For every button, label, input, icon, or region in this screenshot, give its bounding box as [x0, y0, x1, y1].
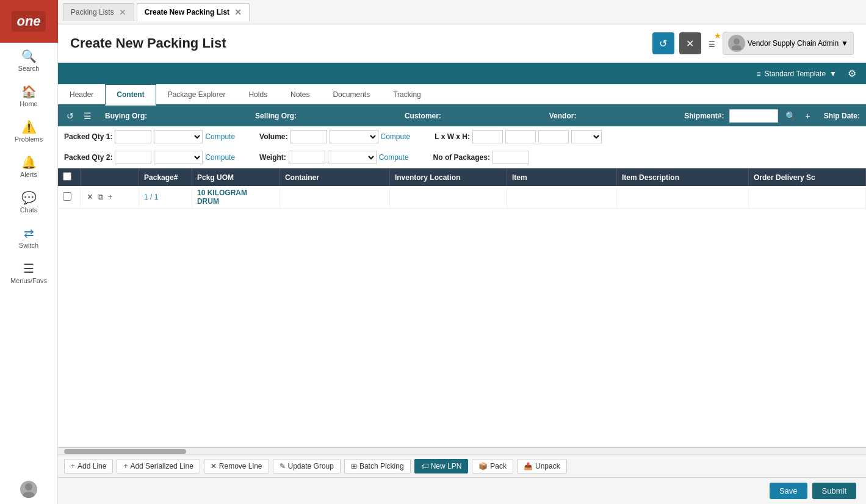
weight-input[interactable]	[289, 151, 325, 164]
switch-icon: ⇄	[24, 226, 34, 240]
volume-select[interactable]	[330, 130, 378, 143]
packed-qty2-label: Packed Qty 2:	[64, 153, 112, 162]
tab-create-new[interactable]: Create New Packing List ✕	[137, 3, 250, 21]
save-button[interactable]: Save	[770, 483, 807, 499]
weight-select[interactable]	[328, 151, 377, 164]
row-checkbox-cell[interactable]	[58, 186, 81, 209]
list-view-button[interactable]: ☰	[81, 110, 94, 122]
update-group-button[interactable]: ✎ Update Group	[273, 459, 341, 473]
sidebar-label-home: Home	[20, 100, 37, 107]
tab-content[interactable]: Content	[105, 84, 156, 106]
add-line-button[interactable]: + Add Line	[64, 459, 113, 473]
unpack-icon: 📤	[524, 462, 533, 470]
tab-packing-lists-label: Packing Lists	[71, 8, 114, 16]
tab-package-explorer[interactable]: Package Explorer	[156, 84, 237, 104]
shipment-label: Shipment#:	[684, 112, 724, 120]
col-header-container: Container	[280, 168, 389, 186]
shipment-add-button[interactable]: +	[803, 110, 813, 122]
tab-packing-lists[interactable]: Packing Lists ✕	[63, 3, 134, 21]
lwh-select[interactable]	[571, 130, 602, 143]
unpack-button[interactable]: 📤 Unpack	[517, 459, 567, 473]
row-checkbox[interactable]	[63, 192, 71, 201]
select-all-checkbox[interactable]	[63, 172, 71, 181]
tab-create-new-close[interactable]: ✕	[234, 7, 242, 17]
tab-holds[interactable]: Holds	[237, 84, 279, 104]
volume-input[interactable]	[290, 130, 327, 143]
sidebar-label-alerts: Alerts	[20, 171, 37, 178]
col-header-item-desc: Item Description	[616, 168, 748, 186]
no-packages-input[interactable]	[493, 151, 529, 164]
sidebar-item-home[interactable]: 🏠 Home	[0, 78, 57, 113]
refresh-button[interactable]: ↺	[652, 32, 674, 54]
new-lpn-button[interactable]: 🏷 New LPN	[414, 459, 469, 473]
shipment-search-button[interactable]: 🔍	[783, 110, 798, 122]
tab-header[interactable]: Header	[58, 84, 105, 104]
row-copy-button[interactable]: ⧉	[96, 192, 104, 202]
add-line-icon: +	[71, 462, 75, 470]
refresh-filter-button[interactable]: ↺	[64, 110, 76, 122]
user-name: Vendor Supply Chain Admin	[748, 39, 839, 48]
sidebar-item-problems[interactable]: ⚠️ Problems	[0, 113, 57, 149]
gear-icon[interactable]: ⚙	[848, 68, 856, 79]
header-actions: ↺ ✕ ☰ ★ Vendor Supply Chain Admin ▼	[652, 32, 854, 55]
tab-bar: Packing Lists ✕ Create New Packing List …	[58, 0, 866, 24]
row-container-cell	[280, 186, 389, 209]
fields-row-1: Packed Qty 1: Compute Volume: Compute L …	[58, 126, 866, 147]
col-header-item: Item	[507, 168, 616, 186]
bell-icon: 🔔	[21, 155, 37, 170]
filter-bar: ↺ ☰ Buying Org: Selling Org: Customer: V…	[58, 106, 866, 126]
submit-button[interactable]: Submit	[812, 483, 856, 499]
add-serialized-line-button[interactable]: + Add Serialized Line	[117, 459, 200, 473]
row-pckg-uom-cell: 10 KILOGRAM DRUM	[192, 186, 280, 209]
tab-notes[interactable]: Notes	[279, 84, 321, 104]
tab-create-new-label: Create New Packing List	[145, 8, 229, 16]
compute3-link[interactable]: Compute	[381, 132, 411, 141]
col-header-checkbox[interactable]	[58, 168, 81, 186]
sidebar-item-user-avatar[interactable]	[0, 475, 57, 504]
template-dropdown-icon[interactable]: ▼	[829, 70, 837, 78]
row-delete-button[interactable]: ✕	[85, 192, 95, 201]
tab-packing-lists-close[interactable]: ✕	[119, 7, 126, 17]
tab-documents[interactable]: Documents	[321, 84, 381, 104]
col-header-pckg-uom: Pckg UOM	[192, 168, 280, 186]
w-input[interactable]	[505, 130, 536, 143]
compute1-link[interactable]: Compute	[205, 132, 235, 141]
sidebar-item-menus[interactable]: ☰ Menus/Favs	[0, 255, 57, 290]
row-actions-cell: ✕ ⧉ +	[81, 186, 139, 209]
remove-line-icon: ✕	[211, 462, 217, 470]
sidebar-item-switch[interactable]: ⇄ Switch	[0, 220, 57, 255]
l-input[interactable]	[472, 130, 503, 143]
pack-button[interactable]: 📦 Pack	[472, 459, 513, 473]
sidebar-item-alerts[interactable]: 🔔 Alerts	[0, 149, 57, 184]
batch-picking-button[interactable]: ⊞ Batch Picking	[344, 459, 411, 473]
packed-qty1-input[interactable]	[115, 130, 151, 143]
row-item-cell	[507, 186, 616, 209]
shipment-input[interactable]	[729, 109, 778, 123]
table-wrapper: Package# Pckg UOM Container Inventory Lo…	[58, 168, 866, 447]
app-logo[interactable]: one	[0, 0, 58, 43]
row-add-button[interactable]: +	[107, 192, 114, 201]
sidebar-item-search[interactable]: 🔍 Search	[0, 43, 57, 78]
buying-org-label: Buying Org:	[105, 112, 147, 120]
scrollbar-thumb[interactable]	[64, 449, 186, 454]
lwh-group: L x W x H:	[435, 130, 602, 143]
compute4-link[interactable]: Compute	[379, 153, 409, 162]
sidebar-item-chats[interactable]: 💬 Chats	[0, 184, 57, 220]
dropdown-arrow-icon: ▼	[841, 39, 848, 48]
packed-qty1-select[interactable]	[154, 130, 203, 143]
table-row: ✕ ⧉ + 1 / 1 10 KILOGRAM DRUM	[58, 186, 866, 209]
tab-tracking[interactable]: Tracking	[381, 84, 433, 104]
user-dropdown[interactable]: Vendor Supply Chain Admin ▼	[723, 32, 854, 55]
selling-org-label: Selling Org:	[255, 112, 297, 120]
hamburger-icon: ☰	[709, 40, 715, 49]
horizontal-scrollbar[interactable]	[58, 447, 866, 455]
weight-label: Weight:	[259, 153, 286, 162]
packed-qty2-input[interactable]	[115, 151, 151, 164]
close-button[interactable]: ✕	[679, 32, 701, 54]
menu-button[interactable]: ☰ ★	[706, 35, 718, 52]
h-input[interactable]	[538, 130, 569, 143]
list-icon: ≡	[757, 70, 761, 78]
remove-line-button[interactable]: ✕ Remove Line	[204, 459, 269, 473]
packed-qty2-select[interactable]	[154, 151, 203, 164]
compute2-link[interactable]: Compute	[205, 153, 235, 162]
